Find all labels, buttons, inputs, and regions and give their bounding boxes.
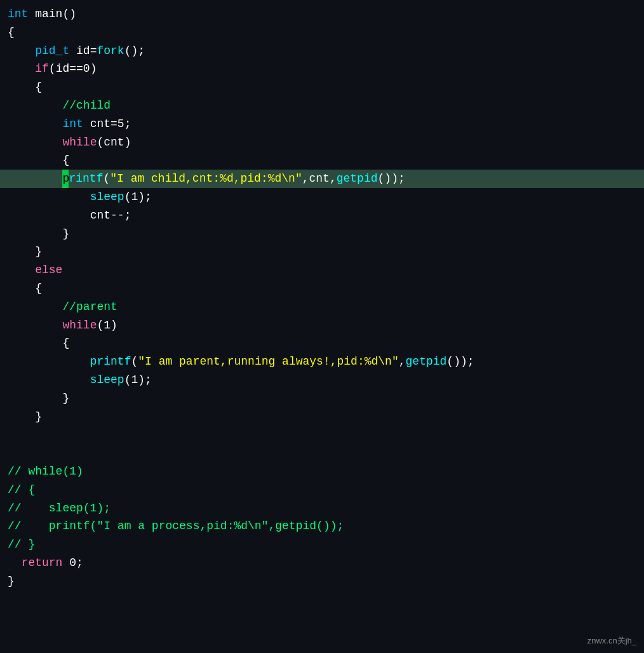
code-line-21: sleep(1); (0, 371, 644, 389)
code-line-15: else (0, 261, 644, 279)
code-line-6: //child (0, 97, 644, 115)
code-line-3: pid_t id=fork(); (0, 42, 644, 60)
code-line-16: { (0, 279, 644, 298)
cursor: p (62, 170, 69, 188)
code-line-20: printf("I am parent,running always!,pid:… (0, 353, 644, 371)
code-line-18: while(1) (0, 316, 644, 335)
code-line-1: int main() (0, 5, 644, 24)
code-line-10-highlighted: printf("I am child,cnt:%d,pid:%d\n",cnt,… (0, 170, 644, 188)
code-line-13: } (0, 225, 644, 243)
code-line-29: // printf("I am a process,pid:%d\n",getp… (0, 517, 644, 535)
code-line-27: // { (0, 481, 644, 499)
keyword-int: int (8, 8, 28, 20)
code-line-12: cnt--; (0, 206, 644, 225)
code-line-23: } (0, 408, 644, 426)
code-line-28: // sleep(1); (0, 499, 644, 518)
code-line-17: //parent (0, 298, 644, 316)
code-line-11: sleep(1); (0, 188, 644, 206)
code-line-30: // } (0, 535, 644, 554)
code-line-2: { (0, 24, 644, 42)
code-line-25 (0, 444, 644, 462)
code-line-31: return 0; (0, 554, 644, 572)
code-line-8: while(cnt) (0, 133, 644, 152)
code-line-9: { (0, 151, 644, 170)
code-editor: int main() { pid_t id=fork(); if(id==0) … (0, 0, 644, 653)
code-line-22: } (0, 389, 644, 408)
code-line-26: // while(1) (0, 462, 644, 481)
code-line-4: if(id==0) (0, 60, 644, 78)
code-line-19: { (0, 334, 644, 353)
watermark: znwx.cn关jh_ (587, 635, 636, 648)
code-line-32: } (0, 572, 644, 591)
code-line-24 (0, 426, 644, 444)
code-line-5: { (0, 78, 644, 97)
code-line-14: } (0, 243, 644, 261)
code-line-7: int cnt=5; (0, 115, 644, 133)
